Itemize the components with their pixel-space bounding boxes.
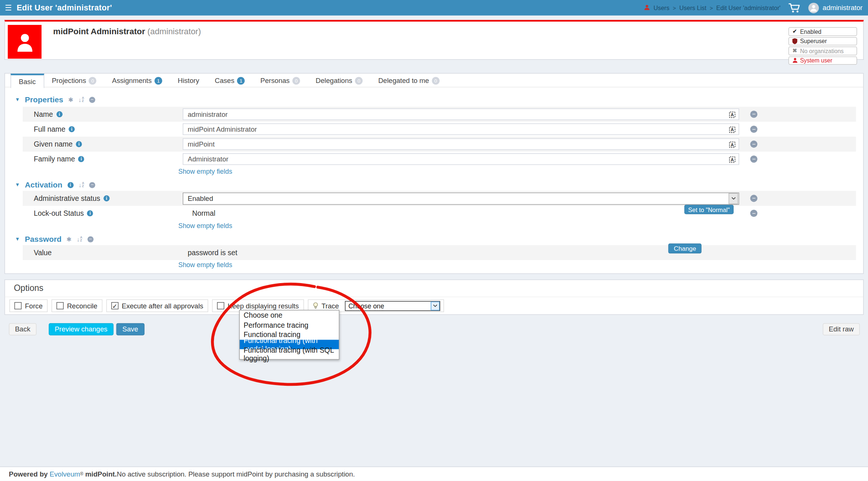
back-button[interactable]: Back <box>9 323 36 336</box>
remove-value-button[interactable]: − <box>750 195 757 202</box>
remove-value-button[interactable]: − <box>750 111 757 118</box>
cart-button[interactable] <box>788 3 801 12</box>
lockout-status-value: Normal <box>183 209 216 217</box>
subscription-message: No active subscription. Please support m… <box>117 470 355 478</box>
tab-history[interactable]: History <box>170 74 207 87</box>
divider <box>5 296 863 297</box>
collapse-all-icon[interactable]: − <box>87 236 93 242</box>
change-password-button[interactable]: Change <box>668 244 702 254</box>
tab-delegated-to-me[interactable]: Delegated to me0 <box>370 74 447 87</box>
preview-changes-button[interactable]: Preview changes <box>49 323 114 336</box>
tab-basic[interactable]: Basic <box>10 74 44 88</box>
password-section-header[interactable]: ▼ Password ✱ ↓AZ − <box>15 234 93 244</box>
option-execute-after-approvals[interactable]: ✓ Execute after all approvals <box>106 299 208 312</box>
collapse-caret-icon[interactable]: ▼ <box>15 236 20 242</box>
info-icon[interactable]: i <box>56 111 62 117</box>
dropdown-option-choose-one[interactable]: Choose one <box>240 310 339 320</box>
option-force[interactable]: Force <box>9 299 48 312</box>
user-red-icon <box>644 4 650 11</box>
user-menu[interactable]: administrator <box>808 3 862 13</box>
remove-value-button[interactable]: − <box>750 210 757 217</box>
breadcrumb-edit-user[interactable]: Edit User 'administrator' <box>716 4 781 11</box>
info-icon[interactable]: i <box>69 126 75 132</box>
remove-value-button[interactable]: − <box>750 141 757 148</box>
info-icon[interactable]: i <box>103 195 109 201</box>
save-button[interactable]: Save <box>116 323 144 336</box>
tab-cases[interactable]: Cases1 <box>207 74 253 87</box>
collapse-caret-icon[interactable]: ▼ <box>15 97 20 102</box>
field-label: Lock-out Status <box>34 209 84 217</box>
chevron-down-icon[interactable] <box>431 301 440 310</box>
polystring-language-icon[interactable]: A <box>729 141 736 151</box>
field-row-family-name: Family namei A − <box>23 152 856 167</box>
reconcile-checkbox[interactable] <box>57 302 64 309</box>
collapse-caret-icon[interactable]: ▼ <box>15 182 20 187</box>
dropdown-option-functional-tracing-sql-logging[interactable]: Functional tracing (with SQL logging) <box>240 349 339 359</box>
breadcrumb-users[interactable]: Users <box>654 4 670 11</box>
field-row-name: Namei A − <box>23 107 856 122</box>
trace-select[interactable]: Choose one <box>345 301 440 311</box>
show-empty-fields-link[interactable]: Show empty fields <box>178 222 232 230</box>
tab-personas[interactable]: Personas0 <box>253 74 308 87</box>
tab-assignments[interactable]: Assignments1 <box>104 74 170 87</box>
tab-label: Assignments <box>112 77 151 84</box>
field-row-lockout-status: Lock-out Statusi Normal Set to "Normal" … <box>23 206 856 221</box>
tag-label: System user <box>800 57 832 64</box>
show-empty-fields-link[interactable]: Show empty fields <box>178 168 232 176</box>
edit-raw-button[interactable]: Edit raw <box>823 323 860 336</box>
field-label: Administrative status <box>34 194 100 202</box>
show-required-icon[interactable]: ✱ <box>67 235 72 243</box>
field-label: Given name <box>34 140 73 148</box>
activation-section-header[interactable]: ▼ Activation i ↓AZ − <box>15 180 95 190</box>
sort-alpha-icon[interactable]: ↓AZ <box>79 182 84 188</box>
collapse-all-icon[interactable]: − <box>89 182 95 188</box>
tab-delegations[interactable]: Delegations0 <box>308 74 370 87</box>
breadcrumb-separator: > <box>710 5 713 11</box>
options-title: Options <box>14 283 43 294</box>
force-checkbox[interactable] <box>15 302 22 309</box>
info-icon[interactable]: i <box>76 141 82 147</box>
remove-value-button[interactable]: − <box>750 126 757 133</box>
chevron-down-icon[interactable] <box>729 193 738 204</box>
display-identifier: (administrator) <box>147 26 201 36</box>
polystring-language-icon[interactable]: A <box>729 111 736 121</box>
tag-label: Enabled <box>800 28 821 35</box>
logged-in-user: administrator <box>823 4 862 12</box>
svg-text:A: A <box>731 157 734 163</box>
sort-alpha-icon[interactable]: ↓AZ <box>78 96 84 103</box>
tab-label: Personas <box>261 77 290 84</box>
tab-label: History <box>178 77 199 84</box>
polystring-language-icon[interactable]: A <box>729 126 736 136</box>
full-name-input[interactable] <box>183 124 739 135</box>
tab-badge: 1 <box>237 77 245 84</box>
field-row-given-name: Given namei A − <box>23 137 856 151</box>
administrative-status-select[interactable]: Enabled <box>183 192 739 205</box>
tab-projections[interactable]: Projections0 <box>44 74 104 87</box>
info-icon[interactable]: i <box>87 210 93 216</box>
hamburger-menu-icon[interactable]: ☰ <box>0 3 17 12</box>
polystring-language-icon[interactable]: A <box>729 155 736 166</box>
info-icon[interactable]: i <box>78 156 84 162</box>
name-input[interactable] <box>183 109 739 120</box>
properties-section-header[interactable]: ▼ Properties ✱ ↓AZ − <box>15 94 95 105</box>
option-reconcile[interactable]: Reconcile <box>51 299 102 312</box>
execute-after-approvals-checkbox[interactable]: ✓ <box>111 302 118 309</box>
set-to-normal-button[interactable]: Set to "Normal" <box>684 205 733 214</box>
show-empty-fields-link[interactable]: Show empty fields <box>178 261 232 269</box>
evolveum-link[interactable]: Evolveum <box>50 470 80 478</box>
family-name-input[interactable] <box>183 153 739 165</box>
collapse-all-icon[interactable]: − <box>89 97 95 103</box>
sort-alpha-icon[interactable]: ↓AZ <box>77 236 83 243</box>
given-name-input[interactable] <box>183 138 739 150</box>
remove-value-button[interactable]: − <box>750 155 757 163</box>
display-name: midPoint Administrator <box>53 26 145 36</box>
info-icon[interactable]: i <box>67 182 73 188</box>
dropdown-option-performance-tracing[interactable]: Performance tracing <box>240 320 339 330</box>
section-title: Activation <box>25 180 63 189</box>
check-icon: ✔ <box>792 28 798 34</box>
breadcrumb-users-list[interactable]: Users List <box>679 4 706 11</box>
svg-text:A: A <box>731 127 734 132</box>
keep-displaying-results-checkbox[interactable] <box>217 302 224 309</box>
show-required-icon[interactable]: ✱ <box>68 96 73 103</box>
tab-badge: 0 <box>355 77 363 84</box>
